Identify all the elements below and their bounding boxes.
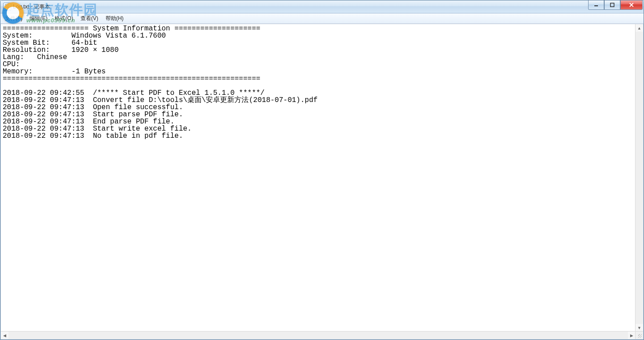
menu-help[interactable]: 帮助(H) bbox=[102, 14, 127, 23]
svg-rect-1 bbox=[610, 3, 614, 7]
close-button[interactable] bbox=[620, 0, 643, 10]
vertical-scroll-track[interactable] bbox=[636, 32, 643, 324]
text-editor[interactable]: ==================== System Information … bbox=[1, 24, 636, 332]
minimize-icon bbox=[594, 3, 598, 7]
svg-line-2 bbox=[630, 3, 633, 7]
resize-grip[interactable] bbox=[635, 331, 643, 339]
maximize-icon bbox=[610, 3, 614, 7]
svg-line-3 bbox=[630, 3, 633, 7]
menu-bar: 文件(F) 编辑(E) 格式(O) 查看(V) 帮助(H) bbox=[0, 13, 644, 24]
minimize-button[interactable] bbox=[588, 0, 604, 10]
title-bar[interactable]: Log.txt - 记事本 bbox=[0, 0, 644, 13]
menu-view[interactable]: 查看(V) bbox=[77, 14, 102, 23]
notepad-icon bbox=[3, 3, 11, 11]
horizontal-scrollbar[interactable]: ◀ ▶ bbox=[1, 331, 636, 339]
window-controls bbox=[588, 0, 643, 10]
menu-edit[interactable]: 编辑(E) bbox=[26, 14, 51, 23]
horizontal-scroll-track[interactable] bbox=[8, 332, 628, 339]
maximize-button[interactable] bbox=[604, 0, 620, 10]
scroll-up-button[interactable]: ▲ bbox=[636, 24, 643, 32]
scroll-right-button[interactable]: ▶ bbox=[628, 332, 636, 339]
close-icon bbox=[629, 3, 634, 7]
chevron-right-icon: ▶ bbox=[630, 333, 633, 338]
window-title: Log.txt - 记事本 bbox=[13, 3, 50, 11]
svg-rect-0 bbox=[594, 5, 598, 6]
scroll-left-button[interactable]: ◀ bbox=[1, 332, 8, 339]
vertical-scrollbar[interactable]: ▲ ▼ bbox=[635, 24, 643, 332]
client-area: ==================== System Information … bbox=[0, 24, 644, 340]
menu-format[interactable]: 格式(O) bbox=[51, 14, 76, 23]
scroll-down-button[interactable]: ▼ bbox=[636, 324, 643, 332]
chevron-down-icon: ▼ bbox=[637, 326, 641, 330]
chevron-left-icon: ◀ bbox=[3, 333, 6, 338]
notepad-window: Log.txt - 记事本 文件(F) 编辑(E) 格式(O) 查看(V) 帮助… bbox=[0, 0, 644, 340]
menu-file[interactable]: 文件(F) bbox=[1, 14, 26, 23]
chevron-up-icon: ▲ bbox=[637, 26, 641, 30]
